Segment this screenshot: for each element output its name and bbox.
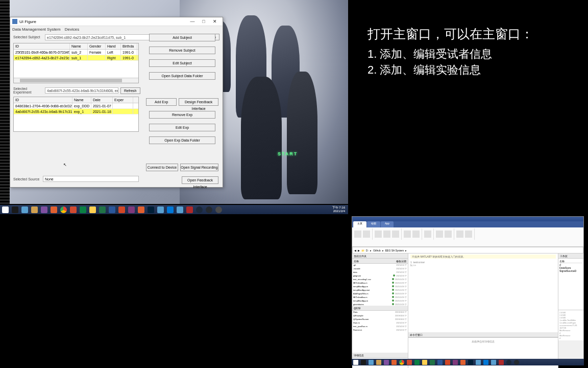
filezilla-icon[interactable]: [186, 206, 193, 213]
taskbar-icon[interactable]: [369, 360, 374, 365]
panel-header[interactable]: @DSI: [352, 306, 408, 311]
powerpoint-icon[interactable]: [118, 206, 125, 213]
taskbar-icon[interactable]: [445, 360, 450, 365]
taskbar-icon[interactable]: [437, 360, 443, 365]
remove-exp-button[interactable]: Remove Exp: [149, 111, 215, 119]
file-item[interactable]: @Example2019/10/4 下: [352, 314, 408, 318]
ribbon-icon[interactable]: [412, 231, 420, 238]
scroll-thumb[interactable]: [20, 79, 122, 82]
col-id[interactable]: ID: [14, 97, 72, 103]
github-icon[interactable]: [206, 206, 212, 213]
taskbar-icon[interactable]: [491, 360, 496, 365]
taskbar-icon[interactable]: [31, 206, 38, 213]
menu-data-mgmt[interactable]: Data Management System: [12, 27, 61, 32]
taskbar-icon[interactable]: [21, 206, 28, 213]
taskbar-icon[interactable]: [407, 360, 412, 365]
edit-exp-button[interactable]: Edit Exp: [149, 124, 215, 131]
file-item[interactable]: gitignore2021/2/4 下: [352, 274, 408, 278]
horizontal-scrollbar[interactable]: [14, 78, 138, 83]
command-window-header[interactable]: 命令行窗口: [408, 332, 558, 337]
file-item[interactable]: tempMainApp.m2021/1/19 下: [352, 285, 408, 289]
taskbar-icon[interactable]: [384, 360, 389, 365]
taskbar-icon[interactable]: [391, 360, 397, 365]
ribbon-icon[interactable]: [354, 231, 361, 238]
col-birth[interactable]: Birthda: [121, 43, 137, 49]
open-feedback-button[interactable]: Open Feedback Interface: [182, 176, 218, 184]
file-item[interactable]: @SystemRunner2019/10/4 下: [352, 318, 408, 321]
selected-experiment-field[interactable]: 4a6d667f-2c55-423c-b6a8-9b17c31fd608, ex…: [45, 87, 118, 94]
selected-source-field[interactable]: None: [43, 176, 139, 182]
edit-subject-button[interactable]: Edit Subject: [149, 59, 215, 67]
add-subject-button[interactable]: Add Subject: [149, 34, 215, 41]
experiments-table[interactable]: ID Name Date Exper 848638e1-2704-4936-9d…: [13, 97, 139, 132]
ribbon-icon[interactable]: [404, 231, 411, 238]
folder-icon[interactable]: 📁: [361, 249, 364, 252]
explorer-icon[interactable]: [89, 206, 96, 213]
taskbar-icon[interactable]: [430, 360, 435, 365]
start-icon[interactable]: [2, 206, 9, 213]
file-item[interactable]: tempMainApp.mat2021/1/19 下: [352, 289, 408, 292]
taskbar-icon[interactable]: [361, 360, 366, 365]
file-item[interactable]: Dam.m2021/2/4 下: [352, 321, 408, 325]
ribbon-icon[interactable]: [456, 231, 463, 238]
file-item[interactable]: Data2019/10/4 下: [352, 311, 408, 314]
vscode-icon[interactable]: [167, 206, 174, 213]
col-gender[interactable]: Gender: [88, 43, 106, 49]
taskview-icon[interactable]: [12, 206, 18, 213]
chrome-icon[interactable]: [399, 360, 404, 365]
word-icon[interactable]: [109, 206, 115, 213]
matlab-icon[interactable]: [460, 360, 465, 365]
table-row[interactable]: 25f35101-0bdf-400a-8676-07334f3cfd14 sub…: [14, 50, 138, 55]
col-hand[interactable]: Hand: [106, 43, 121, 49]
open-signal-recording-button[interactable]: Open Signal Recording: [180, 164, 218, 171]
ribbon-icon[interactable]: [424, 231, 431, 238]
steam-icon[interactable]: [196, 206, 203, 213]
ribbon-icon[interactable]: [465, 231, 472, 238]
refresh-experiments-button[interactable]: Refresh: [120, 87, 140, 94]
path-arrow-icon[interactable]: ◀: [354, 249, 356, 252]
taskbar-tl[interactable]: 下午 7:16 2021/2/4: [0, 205, 348, 214]
taskbar-icon[interactable]: [215, 206, 222, 213]
file-item[interactable]: .git2021/2/4 下: [352, 264, 408, 267]
taskbar-icon[interactable]: [41, 206, 47, 213]
excel-icon[interactable]: [99, 206, 106, 213]
file-item[interactable]: test_recording1.csv2021/1/19 下: [352, 278, 408, 282]
remove-subject-button[interactable]: Remove Subject: [149, 47, 215, 54]
matlab-titlebar[interactable]: [352, 217, 583, 221]
onenote-icon[interactable]: [128, 206, 135, 213]
photoshop-icon[interactable]: [148, 206, 154, 213]
taskbar-icon[interactable]: [422, 360, 427, 365]
ribbon-icon[interactable]: [392, 231, 399, 238]
tab-home[interactable]: 主页: [353, 221, 366, 227]
file-item[interactable]: Runner.m2021/2/4 下: [352, 329, 408, 332]
taskbar-icon[interactable]: [499, 360, 504, 365]
col-name[interactable]: Name: [70, 43, 88, 49]
history-list[interactable]: 2.45002.45002.45001.mdfile.TestMdlm1.mdf…: [558, 310, 583, 340]
matlab-icon[interactable]: [138, 206, 144, 213]
col-date[interactable]: Date: [91, 97, 113, 103]
add-exp-button[interactable]: Add Exp: [146, 98, 177, 106]
ribbon-icon[interactable]: [375, 231, 382, 238]
design-feedback-button[interactable]: Design Feedback Interface: [179, 98, 218, 106]
taskbar-icon[interactable]: [376, 360, 381, 365]
tab-plot[interactable]: 绘图: [367, 221, 380, 227]
maximize-button[interactable]: □: [198, 17, 209, 26]
path-bar[interactable]: ◀ ▶ 📁 D: ▸ Github ▸ EEG SA System ▸: [352, 247, 583, 254]
taskbar-icon[interactable]: [51, 206, 57, 213]
file-item[interactable]: MIOnlineAna.m2021/1/19 下: [352, 296, 408, 300]
taskbar-icon[interactable]: [414, 360, 420, 365]
file-item[interactable]: .vscode2021/2/4 下: [352, 267, 408, 271]
file-item[interactable]: MIOnlineAna.m2021/1/19 下: [352, 282, 408, 285]
ribbon-icon[interactable]: [383, 231, 390, 238]
table-row-selected[interactable]: e1742094-c892-4a23-8b27-2e23cdf11d... su…: [14, 55, 138, 61]
ribbon-icon[interactable]: [445, 231, 452, 238]
minimize-button[interactable]: —: [187, 17, 198, 26]
file-item[interactable]: tempMainApp.m2021/1/19 下: [352, 300, 408, 303]
taskbar-br[interactable]: [352, 359, 584, 365]
close-button[interactable]: ✕: [209, 17, 220, 26]
ws-header[interactable]: 工作区: [558, 254, 583, 259]
taskbar-icon[interactable]: [514, 360, 519, 365]
open-subject-folder-button[interactable]: Open Subject Data Folder: [149, 72, 215, 80]
taskbar-icon[interactable]: [468, 360, 473, 365]
tab-app[interactable]: App: [381, 221, 394, 227]
